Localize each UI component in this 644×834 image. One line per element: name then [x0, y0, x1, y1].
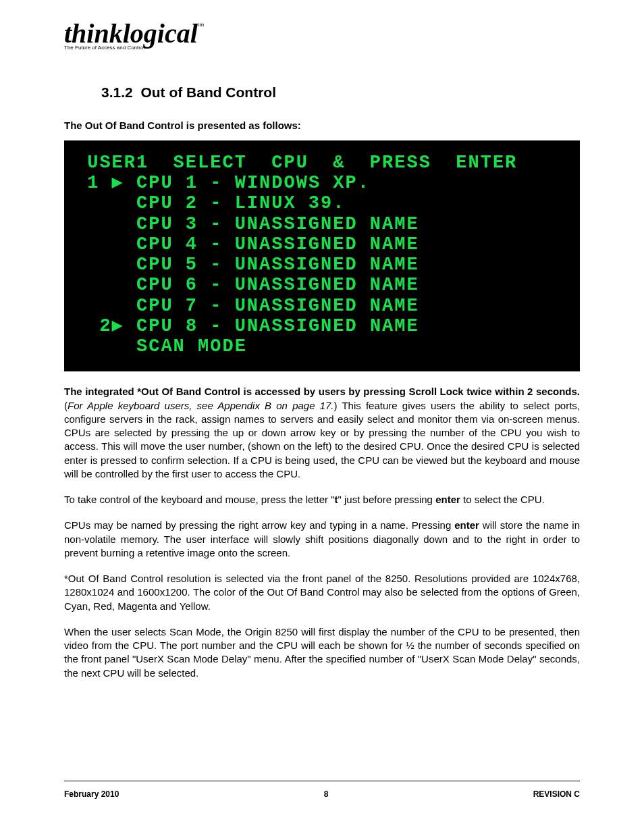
paragraph-3: CPUs may be named by pressing the right … [64, 519, 580, 560]
intro-text: The Out Of Band Control is presented as … [64, 120, 580, 131]
footer-page-number: 8 [324, 789, 329, 799]
paragraph-2: To take control of the keyboard and mous… [64, 493, 580, 506]
section-title: Out of Band Control [140, 84, 276, 100]
p3-a: CPUs may be named by pressing the right … [64, 519, 454, 531]
paragraph-4: *Out Of Band Control resolution is selec… [64, 572, 580, 613]
logo-text: thinklogical [64, 18, 198, 49]
p3-b: enter [454, 519, 479, 531]
page-footer: February 2010 8 REVISION C [64, 789, 580, 799]
p2-d: enter [435, 494, 460, 505]
brand-logo: thinklogicaltm The Future of Access and … [64, 20, 580, 51]
footer-revision: REVISION C [533, 789, 580, 799]
p1-bold: The integrated *Out Of Band Control is a… [64, 386, 580, 397]
section-number: 3.1.2 [101, 84, 133, 100]
body-text: The integrated *Out Of Band Control is a… [64, 385, 580, 680]
logo-tm: tm [198, 21, 205, 28]
p2-a: To take control of the keyboard and mous… [64, 494, 335, 505]
section-heading: 3.1.2 Out of Band Control [101, 84, 580, 101]
p2-e: to select the CPU. [460, 494, 545, 505]
terminal-screenshot: USER1 SELECT CPU & PRESS ENTER 1 ▶ CPU 1… [64, 140, 580, 371]
p2-c: " just before pressing [338, 494, 436, 505]
p1-italic: For Apple keyboard users, see Appendix B… [68, 400, 334, 411]
footer-date: February 2010 [64, 789, 119, 799]
paragraph-1: The integrated *Out Of Band Control is a… [64, 385, 580, 481]
footer-rule [64, 781, 580, 781]
p1-rest: ) This feature gives users the ability t… [64, 400, 580, 479]
paragraph-5: When the user selects Scan Mode, the Ori… [64, 625, 580, 680]
